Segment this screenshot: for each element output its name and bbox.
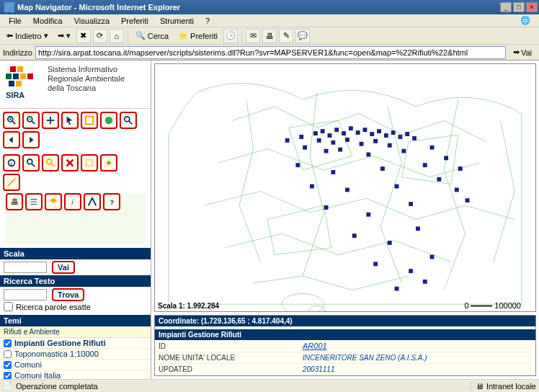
theme-link[interactable]: Comuni [14,360,42,369]
scale-input[interactable] [4,262,47,273]
print-tool-icon[interactable]: 🖶 [6,193,23,210]
svg-rect-86 [373,262,378,266]
svg-rect-73 [423,163,427,167]
refresh-button[interactable]: ⟳ [93,29,107,43]
home-button[interactable]: ⌂ [110,29,124,43]
zoom-in-icon[interactable] [3,112,20,129]
favorites-button[interactable]: ⭐ Preferiti [174,30,221,42]
status-text: Operazione completata [16,382,98,391]
menu-favorites[interactable]: Preferiti [115,15,154,27]
svg-rect-76 [345,188,349,192]
svg-rect-68 [401,149,406,153]
svg-line-14 [32,121,35,124]
statusbar: 📄 Operazione completata 🖥 Intranet local… [0,379,539,392]
result-value: 20031111 [299,364,535,375]
sidebar: SIRA Sistema Informativo Regionale Ambie… [0,61,151,379]
svg-rect-71 [331,170,335,174]
draw-icon[interactable] [84,193,101,210]
theme-checkbox[interactable] [4,361,12,369]
svg-rect-3 [13,74,19,79]
map-canvas[interactable] [155,64,535,311]
exact-words-checkbox[interactable] [4,302,13,311]
stop-button[interactable]: ✖ [76,29,91,43]
svg-text:SIRA: SIRA [6,91,24,99]
scale-go-button[interactable]: Vai [52,261,75,274]
clear-icon[interactable] [61,154,79,172]
svg-rect-84 [388,241,392,245]
svg-text:i: i [10,159,12,167]
theme-link[interactable]: Toponomastica 1:10000 [14,349,99,358]
svg-rect-81 [366,213,370,217]
theme-row[interactable]: Comuni [0,360,151,370]
theme-row[interactable]: Comuni Italia [0,370,151,379]
forward-button[interactable]: ➡ ▾ [54,30,74,42]
search-map-icon[interactable] [22,154,40,172]
identify-icon[interactable]: i [3,154,20,172]
theme-checkbox[interactable] [4,339,12,347]
menu-help[interactable]: ? [200,15,215,27]
theme-link[interactable]: Impianti Gestione Rifiuti [14,339,106,347]
logo-line2: Regionale Ambientale [48,74,125,84]
menu-file[interactable]: File [3,15,27,27]
main-panel: Scala 1: 1.992.284 0 ━━━━━ 100000 Coordi… [151,61,539,379]
theme-checkbox[interactable] [4,372,12,380]
select-rect-icon[interactable] [81,154,98,172]
scale-header: Scala [0,248,151,259]
prev-view-icon[interactable] [3,131,20,148]
svg-rect-48 [349,126,353,130]
svg-point-19 [105,117,113,125]
svg-line-21 [129,121,132,124]
next-view-icon[interactable] [22,131,40,148]
zone-icon: 🖥 [476,382,484,391]
svg-rect-46 [334,128,339,132]
address-input[interactable] [35,46,506,59]
go-button[interactable]: ➡ Vai [509,47,536,58]
map-area[interactable]: Scala 1: 1.992.284 0 ━━━━━ 100000 [154,63,536,312]
svg-rect-70 [295,163,300,167]
edit-button[interactable]: ✎ [279,29,293,43]
svg-rect-44 [321,129,325,133]
close-button[interactable]: × [526,2,538,12]
svg-rect-0 [10,66,16,72]
legend-icon[interactable] [25,193,43,210]
zone-text: Intranet locale [486,382,536,391]
layers-icon[interactable] [45,193,62,210]
menu-view[interactable]: Visualizza [68,15,115,27]
search-input[interactable] [4,289,47,300]
back-button[interactable]: ⬅ Indietro ▾ [3,30,52,42]
help-tool-icon[interactable]: ? [103,193,120,210]
svg-rect-85 [416,226,420,231]
theme-row[interactable]: Impianti Gestione Rifiuti [0,338,151,349]
zoom-out-icon[interactable] [22,112,40,129]
search-button[interactable]: 🔍 Cerca [132,30,172,42]
full-extent-icon[interactable] [81,112,98,129]
theme-checkbox[interactable] [4,350,12,358]
titlebar: Map Navigator - Microsoft Internet Explo… [0,0,539,14]
theme-link[interactable]: Comuni Italia [14,371,61,379]
globe-icon[interactable] [100,112,117,129]
svg-point-24 [27,159,32,164]
menu-edit[interactable]: Modifica [27,15,68,27]
measure-icon[interactable] [3,174,20,191]
zoom-layer-icon[interactable] [120,112,137,129]
mail-button[interactable]: ✉ [246,29,260,43]
menu-tools[interactable]: Strumenti [154,15,200,27]
history-button[interactable]: 🕓 [223,29,238,43]
select-add-icon[interactable] [100,154,117,172]
svg-rect-79 [458,166,463,171]
address-bar: Indirizzo ➡ Vai [0,45,539,61]
svg-line-34 [8,179,16,187]
search-find-button[interactable]: Trova [52,288,84,301]
find-icon[interactable] [42,154,59,172]
minimize-button[interactable]: _ [500,2,512,12]
pointer-icon[interactable] [61,112,79,129]
info-tool-icon[interactable]: i [64,193,81,210]
result-value[interactable]: AR001 [299,340,535,352]
discuss-button[interactable]: 💬 [295,29,310,43]
maximize-button[interactable]: □ [513,2,525,12]
svg-rect-72 [380,166,385,171]
theme-row[interactable]: Toponomastica 1:10000 [0,349,151,360]
print-button[interactable]: 🖶 [262,29,277,43]
address-label: Indirizzo [3,48,32,57]
pan-icon[interactable] [42,112,59,129]
